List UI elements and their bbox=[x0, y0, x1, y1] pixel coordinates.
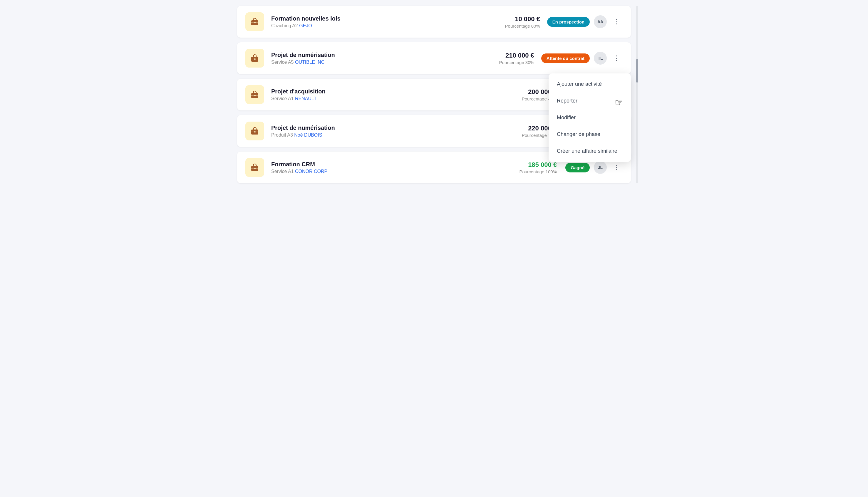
deal-amount-value-deal-4: 220 000 € bbox=[498, 125, 557, 132]
avatar-deal-5: JL bbox=[594, 161, 607, 174]
svg-rect-2 bbox=[254, 22, 256, 23]
dropdown-item-reporter[interactable]: Reporter bbox=[549, 93, 631, 109]
deal-amount-value-deal-1: 10 000 € bbox=[481, 15, 540, 23]
deal-amount-area-deal-3: 200 000 € Pourcentage 45% bbox=[498, 88, 557, 101]
dropdown-item-changer-phase[interactable]: Changer de phase bbox=[549, 126, 631, 143]
dropdown-item-modifier[interactable]: Modifier bbox=[549, 109, 631, 126]
deal-client-link-deal-1[interactable]: GEJO bbox=[299, 23, 312, 28]
deal-actions-deal-2: Attente du contrat TL ⋮ bbox=[541, 52, 622, 65]
svg-rect-8 bbox=[254, 95, 256, 96]
deal-amount-area-deal-1: 10 000 € Pourcentage 80% bbox=[481, 15, 540, 28]
deal-percentage-deal-4: Pourcentage 75% bbox=[498, 133, 557, 138]
deal-amount-value-deal-5: 185 000 € bbox=[498, 161, 557, 169]
deal-percentage-deal-5: Pourcentage 100% bbox=[498, 169, 557, 174]
more-button-deal-5[interactable]: ⋮ bbox=[611, 162, 622, 172]
deal-amount-value-deal-3: 200 000 € bbox=[498, 88, 557, 96]
deal-icon-deal-2 bbox=[246, 49, 264, 68]
deal-title-deal-5: Formation CRM bbox=[271, 161, 491, 168]
deal-client-link-deal-4[interactable]: Noé DUBOIS bbox=[294, 132, 322, 138]
deal-subtitle-deal-4: Produit A3 Noé DUBOIS bbox=[271, 132, 491, 138]
deal-subtitle-deal-5: Service A1 CONOR CORP bbox=[271, 169, 491, 174]
deal-info-deal-2: Projet de numérisation Service A5 OUTIBL… bbox=[271, 52, 468, 65]
deal-card-deal-1: Formation nouvelles lois Coaching A2 GEJ… bbox=[237, 6, 631, 38]
avatar-deal-1: AA bbox=[594, 15, 607, 28]
deal-title-deal-1: Formation nouvelles lois bbox=[271, 15, 474, 22]
deal-subtitle-deal-1: Coaching A2 GEJO bbox=[271, 23, 474, 28]
more-button-deal-1[interactable]: ⋮ bbox=[611, 17, 622, 27]
scrollbar-track[interactable] bbox=[636, 6, 638, 183]
dropdown-menu: Ajouter une activité Reporter Modifier C… bbox=[549, 73, 631, 162]
deals-list-container: Formation nouvelles lois Coaching A2 GEJ… bbox=[228, 6, 640, 183]
svg-rect-11 bbox=[254, 131, 256, 132]
deal-icon-deal-5 bbox=[246, 158, 264, 177]
deal-icon-deal-1 bbox=[246, 12, 264, 31]
status-badge-deal-5: Gagné bbox=[565, 163, 590, 172]
deal-amount-area-deal-5: 185 000 € Pourcentage 100% bbox=[498, 161, 557, 174]
deal-info-deal-3: Projet d'acquisition Service A1 RENAULT bbox=[271, 88, 491, 101]
deal-percentage-deal-3: Pourcentage 45% bbox=[498, 96, 557, 101]
deal-amount-value-deal-2: 210 000 € bbox=[475, 52, 534, 59]
deal-amount-area-deal-2: 210 000 € Pourcentage 30% bbox=[475, 52, 534, 65]
avatar-deal-2: TL bbox=[594, 52, 607, 65]
deal-icon-deal-4 bbox=[246, 122, 264, 140]
status-badge-deal-1: En prospection bbox=[547, 17, 590, 27]
dropdown-item-add-activity[interactable]: Ajouter une activité bbox=[549, 76, 631, 93]
deal-client-link-deal-5[interactable]: CONOR CORP bbox=[295, 169, 327, 174]
deal-actions-deal-1: En prospection AA ⋮ bbox=[547, 15, 622, 28]
deal-info-deal-1: Formation nouvelles lois Coaching A2 GEJ… bbox=[271, 15, 474, 28]
dropdown-item-creer-similaire[interactable]: Créer une affaire similaire bbox=[549, 143, 631, 159]
more-button-deal-2[interactable]: ⋮ bbox=[611, 53, 622, 63]
deal-title-deal-2: Projet de numérisation bbox=[271, 52, 468, 58]
deal-client-link-deal-2[interactable]: OUTIBLE INC bbox=[295, 60, 324, 65]
deal-card-deal-2: Projet de numérisation Service A5 OUTIBL… bbox=[237, 42, 631, 74]
scrollbar-thumb[interactable] bbox=[636, 59, 638, 83]
svg-rect-14 bbox=[254, 168, 256, 169]
deal-info-deal-4: Projet de numérisation Produit A3 Noé DU… bbox=[271, 125, 491, 138]
status-badge-deal-2: Attente du contrat bbox=[541, 54, 590, 63]
deal-icon-deal-3 bbox=[246, 85, 264, 104]
deal-title-deal-4: Projet de numérisation bbox=[271, 125, 491, 131]
context-dropdown: Ajouter une activité Reporter Modifier C… bbox=[549, 73, 631, 162]
deal-actions-deal-5: Gagné JL ⋮ bbox=[564, 161, 622, 174]
deal-info-deal-5: Formation CRM Service A1 CONOR CORP bbox=[271, 161, 491, 174]
deal-subtitle-deal-2: Service A5 OUTIBLE INC bbox=[271, 60, 468, 65]
deal-percentage-deal-1: Pourcentage 80% bbox=[481, 24, 540, 28]
deal-amount-area-deal-4: 220 000 € Pourcentage 75% bbox=[498, 125, 557, 138]
svg-rect-5 bbox=[254, 58, 256, 60]
deal-percentage-deal-2: Pourcentage 30% bbox=[475, 60, 534, 65]
deal-subtitle-deal-3: Service A1 RENAULT bbox=[271, 96, 491, 101]
deal-client-link-deal-3[interactable]: RENAULT bbox=[295, 96, 317, 101]
deal-title-deal-3: Projet d'acquisition bbox=[271, 88, 491, 95]
